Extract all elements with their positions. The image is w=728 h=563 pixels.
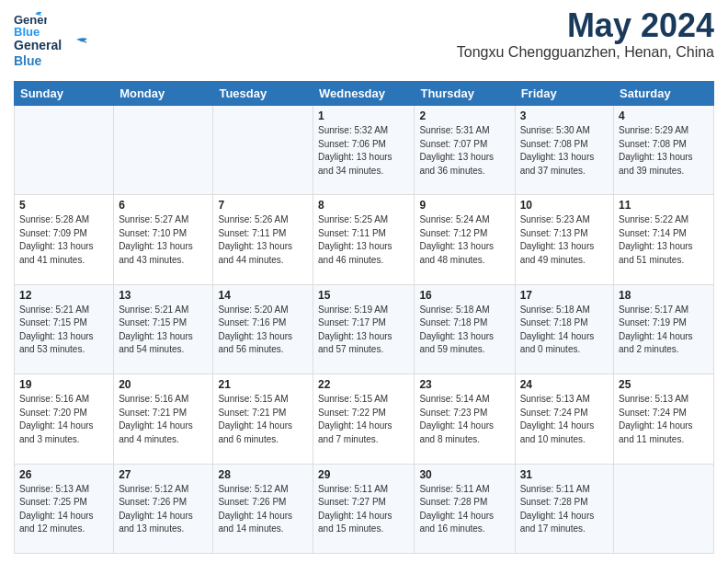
- calendar-cell: 2 Sunrise: 5:31 AMSunset: 7:07 PMDayligh…: [415, 106, 515, 195]
- day-info: Sunrise: 5:17 AMSunset: 7:19 PMDaylight:…: [619, 304, 709, 357]
- day-info: Sunrise: 5:13 AMSunset: 7:24 PMDaylight:…: [619, 393, 709, 446]
- calendar-cell: 14 Sunrise: 5:20 AMSunset: 7:16 PMDaylig…: [213, 284, 313, 373]
- day-number: 11: [619, 199, 709, 212]
- day-info: Sunrise: 5:28 AMSunset: 7:09 PMDaylight:…: [19, 213, 108, 267]
- calendar-cell: [213, 106, 313, 195]
- calendar-cell: 23 Sunrise: 5:14 AMSunset: 7:23 PMDaylig…: [415, 374, 515, 464]
- day-info: Sunrise: 5:12 AMSunset: 7:26 PMDaylight:…: [218, 483, 308, 536]
- weekday-header-wednesday: Wednesday: [313, 82, 415, 106]
- month-title: May 2024: [457, 9, 714, 42]
- calendar-cell: 27 Sunrise: 5:12 AMSunset: 7:26 PMDaylig…: [114, 464, 213, 553]
- day-number: 24: [520, 378, 609, 391]
- calendar-cell: 11 Sunrise: 5:22 AMSunset: 7:14 PMDaylig…: [614, 195, 714, 284]
- day-info: Sunrise: 5:18 AMSunset: 7:18 PMDaylight:…: [520, 304, 609, 357]
- calendar-cell: 16 Sunrise: 5:18 AMSunset: 7:18 PMDaylig…: [415, 284, 515, 373]
- svg-text:Blue: Blue: [14, 53, 42, 68]
- calendar-cell: 3 Sunrise: 5:30 AMSunset: 7:08 PMDayligh…: [515, 106, 613, 195]
- day-number: 5: [19, 199, 108, 212]
- calendar-cell: 7 Sunrise: 5:26 AMSunset: 7:11 PMDayligh…: [213, 195, 313, 284]
- day-info: Sunrise: 5:22 AMSunset: 7:14 PMDaylight:…: [619, 213, 709, 267]
- calendar-cell: 24 Sunrise: 5:13 AMSunset: 7:24 PMDaylig…: [515, 374, 613, 464]
- day-number: 22: [318, 378, 409, 391]
- svg-text:Blue: Blue: [14, 25, 40, 39]
- day-info: Sunrise: 5:25 AMSunset: 7:11 PMDaylight:…: [318, 213, 409, 267]
- calendar-cell: 6 Sunrise: 5:27 AMSunset: 7:10 PMDayligh…: [114, 195, 213, 284]
- calendar-cell: 26 Sunrise: 5:13 AMSunset: 7:25 PMDaylig…: [15, 464, 114, 553]
- day-number: 21: [218, 378, 308, 391]
- day-number: 14: [218, 289, 308, 302]
- day-info: Sunrise: 5:12 AMSunset: 7:26 PMDaylight:…: [119, 483, 208, 536]
- day-info: Sunrise: 5:31 AMSunset: 7:07 PMDaylight:…: [419, 124, 509, 178]
- day-number: 18: [619, 289, 709, 302]
- week-row-3: 12 Sunrise: 5:21 AMSunset: 7:15 PMDaylig…: [15, 284, 714, 373]
- day-number: 17: [520, 289, 609, 302]
- calendar-cell: [15, 106, 114, 195]
- calendar-cell: 10 Sunrise: 5:23 AMSunset: 7:13 PMDaylig…: [515, 195, 613, 284]
- day-info: Sunrise: 5:26 AMSunset: 7:11 PMDaylight:…: [218, 213, 308, 267]
- day-info: Sunrise: 5:27 AMSunset: 7:10 PMDaylight:…: [119, 213, 208, 267]
- day-info: Sunrise: 5:19 AMSunset: 7:17 PMDaylight:…: [318, 304, 409, 357]
- header-right: May 2024 Tongxu Chengguanzhen, Henan, Ch…: [457, 9, 714, 61]
- weekday-header-sunday: Sunday: [15, 82, 114, 106]
- calendar-cell: 20 Sunrise: 5:16 AMSunset: 7:21 PMDaylig…: [114, 374, 213, 464]
- day-info: Sunrise: 5:14 AMSunset: 7:23 PMDaylight:…: [419, 393, 509, 446]
- day-info: Sunrise: 5:24 AMSunset: 7:12 PMDaylight:…: [419, 213, 509, 267]
- day-number: 16: [419, 289, 509, 302]
- calendar-cell: [614, 464, 714, 553]
- week-row-1: 1 Sunrise: 5:32 AMSunset: 7:06 PMDayligh…: [15, 106, 714, 195]
- day-number: 31: [520, 468, 609, 481]
- page: General Blue General Blue May 2024 Tongx…: [0, 0, 728, 563]
- calendar-cell: 9 Sunrise: 5:24 AMSunset: 7:12 PMDayligh…: [415, 195, 515, 284]
- calendar-cell: 19 Sunrise: 5:16 AMSunset: 7:20 PMDaylig…: [15, 374, 114, 464]
- day-info: Sunrise: 5:11 AMSunset: 7:28 PMDaylight:…: [419, 483, 509, 536]
- calendar-cell: 8 Sunrise: 5:25 AMSunset: 7:11 PMDayligh…: [313, 195, 415, 284]
- day-number: 20: [119, 378, 208, 391]
- day-info: Sunrise: 5:21 AMSunset: 7:15 PMDaylight:…: [119, 304, 208, 357]
- day-number: 10: [520, 199, 609, 212]
- day-number: 26: [19, 468, 108, 481]
- day-number: 27: [119, 468, 208, 481]
- logo: General Blue General Blue: [14, 9, 97, 74]
- calendar-cell: 17 Sunrise: 5:18 AMSunset: 7:18 PMDaylig…: [515, 284, 613, 373]
- day-number: 15: [318, 289, 409, 302]
- weekday-header-saturday: Saturday: [614, 82, 714, 106]
- calendar-cell: 12 Sunrise: 5:21 AMSunset: 7:15 PMDaylig…: [15, 284, 114, 373]
- day-number: 28: [218, 468, 308, 481]
- week-row-5: 26 Sunrise: 5:13 AMSunset: 7:25 PMDaylig…: [15, 464, 714, 553]
- weekday-header-monday: Monday: [114, 82, 213, 106]
- calendar-cell: [114, 106, 213, 195]
- day-info: Sunrise: 5:29 AMSunset: 7:08 PMDaylight:…: [619, 124, 709, 178]
- calendar-cell: 30 Sunrise: 5:11 AMSunset: 7:28 PMDaylig…: [415, 464, 515, 553]
- day-number: 9: [419, 199, 509, 212]
- day-number: 4: [619, 109, 709, 122]
- day-number: 8: [318, 199, 409, 212]
- day-info: Sunrise: 5:30 AMSunset: 7:08 PMDaylight:…: [520, 124, 609, 178]
- day-number: 29: [318, 468, 409, 481]
- day-info: Sunrise: 5:13 AMSunset: 7:25 PMDaylight:…: [19, 483, 108, 536]
- calendar-cell: 22 Sunrise: 5:15 AMSunset: 7:22 PMDaylig…: [313, 374, 415, 464]
- calendar-cell: 29 Sunrise: 5:11 AMSunset: 7:27 PMDaylig…: [313, 464, 415, 553]
- day-info: Sunrise: 5:15 AMSunset: 7:22 PMDaylight:…: [318, 393, 409, 446]
- day-info: Sunrise: 5:16 AMSunset: 7:21 PMDaylight:…: [119, 393, 208, 446]
- day-info: Sunrise: 5:32 AMSunset: 7:06 PMDaylight:…: [318, 124, 409, 178]
- day-info: Sunrise: 5:11 AMSunset: 7:27 PMDaylight:…: [318, 483, 409, 536]
- calendar-cell: 1 Sunrise: 5:32 AMSunset: 7:06 PMDayligh…: [313, 106, 415, 195]
- day-info: Sunrise: 5:18 AMSunset: 7:18 PMDaylight:…: [419, 304, 509, 357]
- calendar-cell: 25 Sunrise: 5:13 AMSunset: 7:24 PMDaylig…: [614, 374, 714, 464]
- day-number: 6: [119, 199, 208, 212]
- day-info: Sunrise: 5:23 AMSunset: 7:13 PMDaylight:…: [520, 213, 609, 267]
- calendar-cell: 13 Sunrise: 5:21 AMSunset: 7:15 PMDaylig…: [114, 284, 213, 373]
- day-number: 1: [318, 109, 409, 122]
- day-number: 13: [119, 289, 208, 302]
- calendar-cell: 4 Sunrise: 5:29 AMSunset: 7:08 PMDayligh…: [614, 106, 714, 195]
- day-info: Sunrise: 5:11 AMSunset: 7:28 PMDaylight:…: [520, 483, 609, 536]
- weekday-header-row: SundayMondayTuesdayWednesdayThursdayFrid…: [15, 82, 714, 106]
- week-row-4: 19 Sunrise: 5:16 AMSunset: 7:20 PMDaylig…: [15, 374, 714, 464]
- day-info: Sunrise: 5:16 AMSunset: 7:20 PMDaylight:…: [19, 393, 108, 446]
- day-info: Sunrise: 5:15 AMSunset: 7:21 PMDaylight:…: [218, 393, 308, 446]
- day-info: Sunrise: 5:13 AMSunset: 7:24 PMDaylight:…: [520, 393, 609, 446]
- header: General Blue General Blue May 2024 Tongx…: [14, 9, 714, 74]
- week-row-2: 5 Sunrise: 5:28 AMSunset: 7:09 PMDayligh…: [15, 195, 714, 284]
- day-info: Sunrise: 5:20 AMSunset: 7:16 PMDaylight:…: [218, 304, 308, 357]
- day-number: 30: [419, 468, 509, 481]
